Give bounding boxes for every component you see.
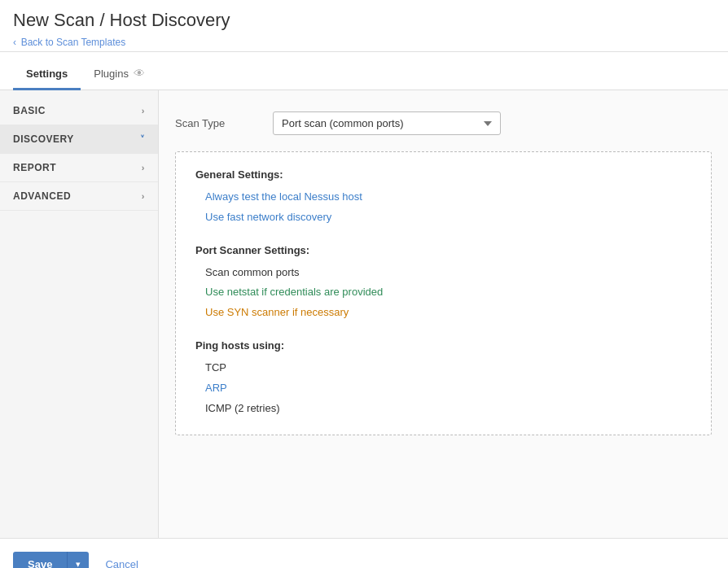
sidebar-item-discovery[interactable]: DISCOVERY ˅: [0, 125, 158, 154]
list-item: Scan common ports: [195, 263, 691, 283]
general-settings-title: General Settings:: [195, 168, 691, 181]
eye-icon: 👁: [134, 67, 145, 80]
chevron-right-icon: ›: [142, 191, 145, 201]
tab-settings[interactable]: Settings: [13, 59, 81, 90]
sidebar-item-advanced[interactable]: ADVANCED ›: [0, 182, 158, 211]
list-item: Always test the local Nessus host: [195, 187, 691, 208]
cancel-button[interactable]: Cancel: [99, 555, 144, 568]
footer: Save ▾ Cancel: [0, 538, 728, 568]
scan-type-row: Scan Type Port scan (common ports) Port …: [175, 103, 712, 148]
port-scanner-title: Port Scanner Settings:: [195, 244, 691, 256]
list-item: ARP: [195, 378, 691, 399]
chevron-right-icon: ›: [142, 106, 145, 116]
chevron-right-icon: ›: [142, 163, 145, 173]
ping-hosts-title: Ping hosts using:: [195, 339, 691, 352]
sidebar: BASIC › DISCOVERY ˅ REPORT › ADVANCED ›: [0, 90, 159, 538]
breadcrumb-link[interactable]: Back to Scan Templates: [21, 37, 126, 48]
list-item: TCP: [195, 358, 691, 378]
ping-hosts-section: Ping hosts using: TCP ARP ICMP (2 retrie…: [195, 339, 691, 418]
scan-type-select[interactable]: Port scan (common ports) Port scan (all …: [273, 111, 501, 135]
page-title: New Scan / Host Discovery: [13, 10, 715, 31]
breadcrumb-arrow: ‹: [13, 37, 16, 48]
save-button-group: Save ▾: [13, 552, 89, 568]
general-settings-section: General Settings: Always test the local …: [195, 168, 691, 228]
save-button[interactable]: Save: [13, 552, 67, 568]
list-item: Use netstat if credentials are provided: [195, 282, 691, 303]
port-scanner-section: Port Scanner Settings: Scan common ports…: [195, 244, 691, 323]
main-content: BASIC › DISCOVERY ˅ REPORT › ADVANCED › …: [0, 90, 728, 538]
tab-plugins[interactable]: Plugins 👁: [81, 59, 158, 90]
scan-type-label: Scan Type: [175, 117, 257, 129]
sidebar-item-basic[interactable]: BASIC ›: [0, 97, 158, 125]
description-box: General Settings: Always test the local …: [175, 151, 712, 435]
tabs-bar: Settings Plugins 👁: [0, 59, 728, 90]
save-dropdown-button[interactable]: ▾: [67, 552, 89, 568]
page-header: New Scan / Host Discovery ‹ Back to Scan…: [0, 0, 728, 52]
content-area: Scan Type Port scan (common ports) Port …: [159, 90, 728, 538]
list-item: Use SYN scanner if necessary: [195, 303, 691, 323]
chevron-down-icon: ˅: [140, 134, 146, 145]
sidebar-item-report[interactable]: REPORT ›: [0, 154, 158, 182]
list-item: Use fast network discovery: [195, 208, 691, 228]
list-item: ICMP (2 retries): [195, 399, 691, 419]
breadcrumb: ‹ Back to Scan Templates: [13, 36, 715, 48]
